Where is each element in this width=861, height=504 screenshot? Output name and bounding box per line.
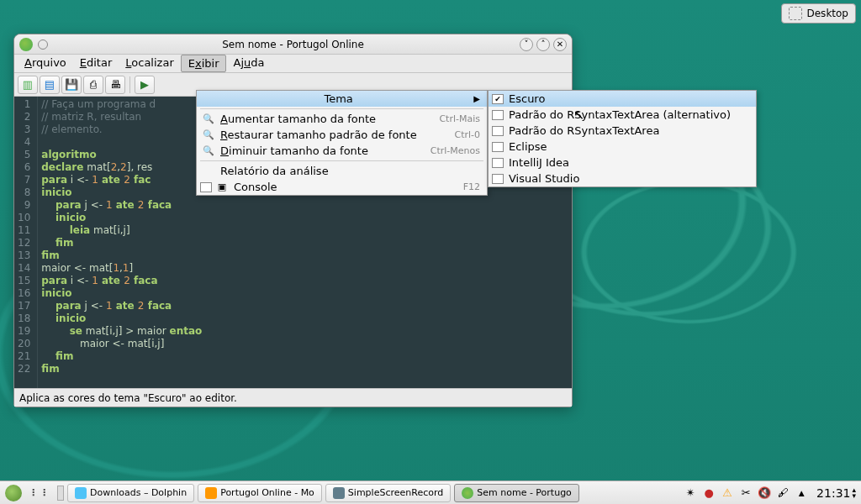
saveas-icon: ⎙ [90,78,97,91]
task-browser[interactable]: Portugol Online - Mo [198,484,322,502]
menu-separator [200,160,483,161]
checkbox-icon [492,142,504,152]
submenu-arrow-icon: ▶ [473,94,480,103]
menu-item-zoom-out[interactable]: 🔍 Diminuir tamanho da fonte Ctrl-Menos [197,143,487,159]
menu-exibir-dropdown: Tema ▶ 🔍 AAumentar tamanho da fonteument… [196,90,488,196]
menu-item-console[interactable]: ▣ Console F12 [197,179,487,195]
tray-expand-icon[interactable]: ▲ [795,486,808,500]
menu-item-zoom-reset[interactable]: 🔍 Restaurar tamanho padrão de fonte Ctrl… [197,127,487,143]
play-icon: ▶ [140,78,149,91]
menu-arquivo[interactable]: Arquivo [18,55,73,72]
open-button[interactable]: ▤ [40,76,60,94]
window-title: Sem nome - Portugol Online [222,39,364,50]
tray-update-icon[interactable]: ✴ [684,486,697,500]
checkbox-icon [200,182,212,192]
menu-item-tema[interactable]: Tema ▶ [197,91,487,107]
console-icon: ▣ [214,181,230,192]
menu-item-tema-escuro[interactable]: ✔ Escuro [489,91,756,107]
minimize-button[interactable]: ˅ [520,38,533,51]
checkbox-icon [492,174,504,184]
menu-item-tema-vs[interactable]: Visual Studio [489,171,756,186]
task-portugol[interactable]: Sem nome - Portugo [454,484,579,502]
checkbox-checked-icon: ✔ [492,94,504,104]
start-button[interactable] [5,485,22,501]
system-tray: ✴ ● ⚠ ✂ 🔇 🖋 ▲ 21:31▴▾ [684,486,856,500]
titlebar[interactable]: Sem nome - Portugol Online ˅ ˄ ✕ [14,34,572,55]
firefox-icon [205,487,217,499]
menu-item-tema-rsyntax[interactable]: Padrão do RSyntaxTextArea [489,123,756,139]
new-button[interactable]: ▥ [18,76,38,94]
menu-item-tema-rsyntax-alt[interactable]: Padrão do RSyntaxTextArea (alternativo) [489,107,756,123]
print-button[interactable]: 🖶 [105,76,125,94]
portugol-icon [462,487,473,499]
zoom-reset-icon: 🔍 [200,129,217,140]
save-button[interactable]: 💾 [61,76,82,94]
code-area[interactable]: // Faça um programa d // matriz R, resul… [38,97,205,388]
menu-item-tema-intellij[interactable]: IntelliJ Idea [489,155,756,171]
toolbar-sep [129,76,130,93]
tray-network-icon[interactable]: 🖋 [776,486,790,500]
menu-item-tema-eclipse[interactable]: Eclipse [489,139,756,155]
menu-item-report[interactable]: Relatório da análise [197,163,487,179]
close-button[interactable]: ✕ [553,38,567,51]
status-text: Aplica as cores do tema "Escuro" ao edit… [19,392,237,404]
clock[interactable]: 21:31▴▾ [816,486,856,500]
tray-clipboard-icon[interactable]: ✂ [739,486,753,500]
desktop-pager[interactable]: Desktop [781,3,857,24]
app-icon [19,38,33,51]
task-downloads[interactable]: Downloads – Dolphin [67,484,194,502]
saveas-button[interactable]: ⎙ [83,76,103,94]
save-icon: 💾 [65,78,78,91]
checkbox-icon [492,158,504,168]
checkbox-icon [492,126,504,136]
menu-tema-submenu: ✔ Escuro Padrão do RSyntaxTextArea (alte… [488,90,757,187]
tray-record-icon[interactable]: ● [702,486,716,500]
checkbox-icon [492,110,504,120]
line-gutter: 12345678910111213141516171819202122 [14,97,38,388]
zoom-out-icon: 🔍 [200,145,217,156]
zoom-in-icon: 🔍 [200,113,217,124]
statusbar: Aplica as cores do tema "Escuro" ao edit… [14,388,572,407]
menu-exibir[interactable]: Exibir [181,55,227,72]
menu-separator [200,108,483,109]
quicklaunch-icon[interactable]: ⋮⋮ [29,487,50,498]
print-icon: 🖶 [110,78,121,91]
menu-localizar[interactable]: Localizar [119,55,180,72]
new-icon: ▥ [23,78,33,91]
menu-item-zoom-in[interactable]: 🔍 AAumentar tamanho da fonteumentar tama… [197,111,487,127]
pin-icon[interactable] [38,39,48,50]
recorder-icon [333,487,345,499]
pager-label: Desktop [807,8,849,19]
run-button[interactable]: ▶ [135,76,155,94]
dolphin-icon [75,487,87,499]
task-recorder[interactable]: SimpleScreenRecord [325,484,451,502]
tray-volume-icon[interactable]: 🔇 [758,486,771,500]
menu-editar[interactable]: Editar [73,55,119,72]
menubar: Arquivo Editar Localizar Exibir Ajuda [14,55,572,73]
taskbar-handle[interactable] [57,486,64,501]
taskbar: ⋮⋮ Downloads – Dolphin Portugol Online -… [0,480,861,504]
open-icon: ▤ [45,78,55,91]
tray-warning-icon[interactable]: ⚠ [721,486,734,500]
menu-ajuda[interactable]: Ajuda [226,55,271,72]
maximize-button[interactable]: ˄ [536,38,550,51]
